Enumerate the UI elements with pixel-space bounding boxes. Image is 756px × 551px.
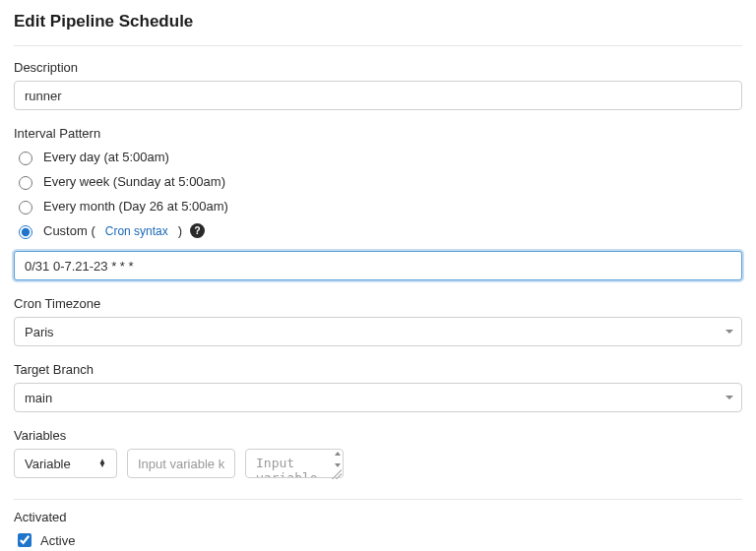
interval-radio-custom[interactable]	[19, 225, 32, 239]
timezone-value: Paris	[25, 325, 54, 339]
interval-option-daily[interactable]: Every day (at 5:00am)	[14, 147, 742, 171]
interval-custom-suffix: )	[178, 223, 182, 238]
chevron-down-icon	[725, 396, 733, 399]
interval-radio-weekly[interactable]	[19, 176, 32, 190]
divider	[14, 499, 742, 500]
branch-label: Target Branch	[14, 362, 742, 377]
variables-label: Variables	[14, 428, 742, 443]
divider	[14, 45, 742, 46]
timezone-select[interactable]: Paris	[14, 317, 742, 346]
timezone-group: Cron Timezone Paris	[14, 296, 742, 346]
scroll-hint-icon	[335, 452, 341, 467]
variable-type-value: Variable	[25, 457, 71, 471]
variables-group: Variables Variable ▲▼	[14, 428, 742, 481]
timezone-label: Cron Timezone	[14, 296, 742, 311]
page-title: Edit Pipeline Schedule	[14, 12, 742, 31]
interval-radio-daily[interactable]	[19, 152, 32, 165]
help-icon[interactable]: ?	[190, 223, 205, 238]
interval-option-weekly[interactable]: Every week (Sunday at 5:00am)	[14, 171, 742, 196]
chevron-down-icon	[725, 330, 733, 334]
cron-syntax-link[interactable]: Cron syntax	[105, 224, 168, 238]
interval-option-monthly[interactable]: Every month (Day 26 at 5:00am)	[14, 196, 742, 220]
cron-input[interactable]	[14, 251, 742, 280]
variable-type-select[interactable]: Variable ▲▼	[14, 449, 117, 478]
interval-option-weekly-label: Every week (Sunday at 5:00am)	[43, 174, 225, 189]
interval-label: Interval Pattern	[14, 126, 742, 141]
interval-group: Interval Pattern Every day (at 5:00am) E…	[14, 126, 742, 280]
variable-key-input[interactable]	[127, 449, 235, 478]
branch-value: main	[25, 391, 52, 405]
interval-option-custom[interactable]: Custom ( Cron syntax ) ?	[14, 220, 742, 245]
activated-group: Activated Active	[14, 510, 742, 550]
active-checkbox[interactable]	[18, 533, 32, 547]
description-input[interactable]	[14, 81, 742, 110]
activated-label: Activated	[14, 510, 742, 524]
branch-group: Target Branch main	[14, 362, 742, 412]
variable-value-input[interactable]	[245, 449, 344, 478]
active-checkbox-row[interactable]: Active	[14, 530, 742, 550]
description-label: Description	[14, 60, 742, 75]
interval-custom-prefix: Custom (	[43, 223, 95, 238]
sort-arrows-icon: ▲▼	[98, 459, 106, 467]
interval-option-daily-label: Every day (at 5:00am)	[43, 150, 169, 164]
interval-option-monthly-label: Every month (Day 26 at 5:00am)	[43, 199, 228, 214]
interval-radio-monthly[interactable]	[19, 201, 32, 214]
description-group: Description	[14, 60, 742, 110]
active-checkbox-label: Active	[40, 533, 75, 548]
branch-select[interactable]: main	[14, 383, 742, 412]
